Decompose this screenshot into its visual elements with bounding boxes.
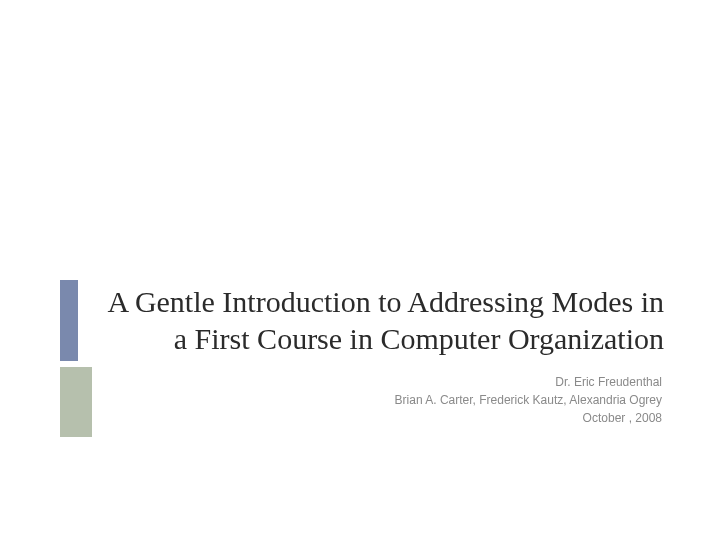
title-block: A Gentle Introduction to Addressing Mode… [60, 280, 670, 437]
slide-title: A Gentle Introduction to Addressing Mode… [92, 280, 670, 361]
byline-row: Dr. Eric Freudenthal Brian A. Carter, Fr… [60, 367, 670, 437]
title-row: A Gentle Introduction to Addressing Mode… [60, 280, 670, 361]
author-primary: Dr. Eric Freudenthal [92, 373, 662, 391]
byline-accent-bar [60, 367, 92, 437]
title-accent-bar [60, 280, 78, 361]
author-secondary: Brian A. Carter, Frederick Kautz, Alexan… [92, 391, 662, 409]
slide: A Gentle Introduction to Addressing Mode… [0, 0, 720, 540]
slide-date: October , 2008 [92, 409, 662, 427]
byline-block: Dr. Eric Freudenthal Brian A. Carter, Fr… [92, 367, 670, 437]
